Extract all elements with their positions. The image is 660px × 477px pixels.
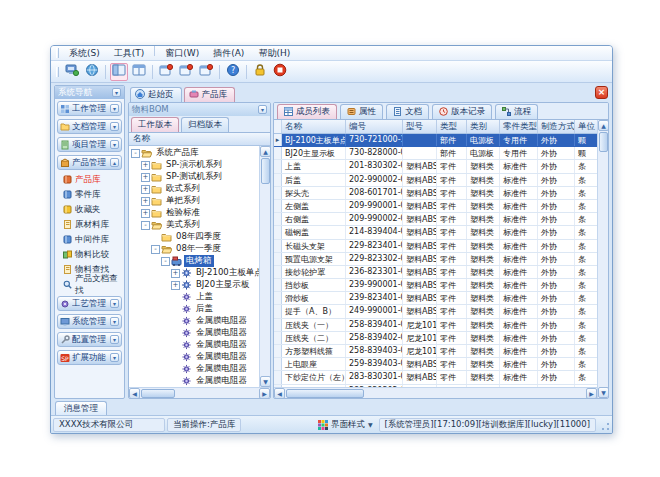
sidebar-group-header-文档管理[interactable]: 文档管理▾ (57, 119, 122, 134)
detail-tab-流程[interactable]: 流程 (495, 104, 538, 119)
expand-icon[interactable]: + (171, 281, 180, 290)
message-panel-tab[interactable]: 消息管理 (55, 401, 107, 415)
table-row[interactable]: ▸BJ-2100主板单点730-721000-12X部件电源板专用件外协颗 (274, 134, 597, 147)
table-row[interactable]: 右侧盖209-990002-01X塑料ABS零件塑料类标准件外协条 (274, 213, 597, 226)
chevron-down-icon[interactable]: ▾ (110, 335, 119, 344)
bom-tab-工作版本[interactable]: 工作版本 (131, 117, 179, 132)
table-horizontal-scrollbar[interactable]: ◀ ▶ (274, 387, 597, 398)
scroll-thumb[interactable] (141, 389, 175, 398)
sidebar-item-产品库[interactable]: 产品库 (61, 172, 122, 187)
sidebar-group-header-系统管理[interactable]: 系统管理▾ (57, 314, 122, 329)
detail-tab-版本记录[interactable]: 版本记录 (432, 104, 492, 119)
menu-item-5[interactable]: 帮助(H) (251, 46, 297, 61)
row-selector-cell[interactable] (274, 187, 282, 199)
table-row[interactable]: 上盖201-830302-00X塑料ABS零件塑料类标准件外协条 (274, 160, 597, 173)
collapse-icon[interactable]: - (151, 245, 160, 254)
scroll-thumb[interactable] (261, 158, 270, 184)
lock-button[interactable] (251, 63, 269, 81)
scroll-thumb[interactable] (599, 132, 608, 152)
bom-panel-pin-button[interactable]: ▾ (258, 105, 267, 114)
tree-node-08年四季度[interactable]: +08年四季度 (129, 231, 259, 243)
toolbar-grip[interactable] (56, 67, 59, 77)
table-row[interactable]: 提手（A、B）249-990001-01X塑料ABS零件塑料类标准件外协条 (274, 305, 597, 318)
detail-tab-属性[interactable]: 属性 (340, 104, 383, 119)
table-row[interactable]: 接纱轮护罩236-823301-00X塑料ABS零件塑料类标准件外协条 (274, 266, 597, 279)
expand-icon[interactable]: + (141, 209, 150, 218)
column-header-名称[interactable]: 名称 (282, 120, 346, 133)
web-button[interactable] (83, 63, 101, 81)
sidebar-item-原材料库[interactable]: 原材料库 (61, 217, 122, 232)
row-selector-cell[interactable] (274, 305, 282, 317)
scroll-right-icon[interactable]: ▶ (586, 388, 597, 399)
scroll-right-icon[interactable]: ▶ (259, 388, 270, 399)
tree-node-单把系列[interactable]: +单把系列 (129, 195, 259, 207)
tree-node-金属膜电阻器[interactable]: +金属膜电阻器 (129, 363, 259, 375)
collapse-icon[interactable]: - (131, 149, 140, 158)
table-row[interactable]: 挡纱板239-990001-01X塑料ABS零件塑料类标准件外协条 (274, 279, 597, 292)
column-header-制造方式[interactable]: 制造方式 (538, 120, 575, 133)
scroll-left-icon[interactable]: ◀ (129, 388, 140, 399)
menu-item-3[interactable]: 窗口(W) (158, 46, 206, 61)
scroll-thumb[interactable] (286, 389, 364, 398)
tree-node-金属膜电阻器[interactable]: +金属膜电阻器 (129, 339, 259, 351)
ui-style-dropdown[interactable]: 界面样式 ▼ (314, 418, 377, 432)
table-row[interactable]: 预置电源支架229-823302-00X塑料ABS零件塑料类标准件外协条 (274, 253, 597, 266)
table-row[interactable]: 上电眼座259-839403-00X塑料ABS零件塑料类标准件外协条 (274, 358, 597, 371)
row-selector-cell[interactable] (274, 266, 282, 278)
tree-column-header[interactable]: 名称 (129, 133, 270, 146)
table-row[interactable]: 下纱定位片（左）283-830301-00X塑料ABS零件塑料类标准件外协条 (274, 371, 597, 384)
table-row[interactable]: 磁钢盖214-839404-01X塑料ABS零件塑料类标准件外协条 (274, 226, 597, 239)
row-selector-cell[interactable] (274, 240, 282, 252)
tree-node-BJ-2100主板单点[interactable]: +BJ-2100主板单点 (129, 267, 259, 279)
bom-tab-归档版本[interactable]: 归档版本 (181, 117, 229, 132)
expand-icon[interactable]: + (141, 173, 150, 182)
chevron-down-icon[interactable]: ▾ (110, 140, 119, 149)
tree-node-系统产品库[interactable]: -系统产品库 (129, 147, 259, 159)
collapse-icon[interactable]: - (141, 221, 150, 230)
sidebar-item-零件库[interactable]: 零件库 (61, 187, 122, 202)
table-row[interactable]: 长磁头支架229-823401-00X塑料ABS零件塑料类标准件外协条 (274, 240, 597, 253)
row-selector-cell[interactable]: ▸ (274, 134, 282, 146)
sidebar-item-收藏夹[interactable]: 收藏夹 (61, 202, 122, 217)
chevron-down-icon[interactable]: ▾ (110, 353, 119, 362)
chevron-down-icon[interactable]: ▾ (110, 122, 119, 131)
sidebar-group-header-配置管理[interactable]: 配置管理▾ (57, 332, 122, 347)
tree-node-后盖[interactable]: +后盖 (129, 303, 259, 315)
row-selector-cell[interactable] (274, 332, 282, 344)
sidebar-collapse-button[interactable]: ▾ (112, 88, 121, 97)
row-selector-cell[interactable] (274, 345, 282, 357)
row-selector-cell[interactable] (274, 292, 282, 304)
table-row[interactable]: 方形塑料线箍258-839403-00X尼龙1010零件塑料类标准件外协条 (274, 345, 597, 358)
column-header-零件类型[interactable]: 零件类型 (500, 120, 538, 133)
row-selector-cell[interactable] (274, 226, 282, 238)
sidebar-item-物料比较[interactable]: 物料比较 (61, 247, 122, 262)
exit-button[interactable] (271, 63, 289, 81)
expand-icon[interactable]: + (141, 197, 150, 206)
sidebar-group-header-项目管理[interactable]: 项目管理▾ (57, 137, 122, 152)
table-row[interactable]: 压线夹（二）258-839402-00X尼龙1010零件塑料类标准件外协条 (274, 332, 597, 345)
column-header-单位[interactable]: 单位 (575, 120, 599, 133)
detail-tab-成员列表[interactable]: 成员列表 (277, 104, 337, 119)
sidebar-group-header-工艺管理[interactable]: 工艺管理▾ (57, 296, 122, 311)
detail-tab-文档[interactable]: 文档 (386, 104, 429, 119)
scroll-up-icon[interactable]: ▲ (598, 120, 609, 131)
table-row[interactable]: 滑纱板239-823401-00X塑料ABS零件塑料类标准件外协条 (274, 292, 597, 305)
table-row[interactable]: 后盖202-990002-01X塑料ABS零件塑料类标准件外协条 (274, 174, 597, 187)
tree-node-上盖[interactable]: +上盖 (129, 291, 259, 303)
sidebar-group-header-扩展功能[interactable]: SP扩展功能▾ (57, 350, 122, 365)
row-selector-cell[interactable] (274, 174, 282, 186)
new-window-button[interactable] (157, 63, 175, 81)
scroll-down-icon[interactable]: ▼ (260, 376, 271, 387)
sidebar-group-header-产品管理[interactable]: 产品管理▴ (57, 155, 122, 170)
column-header-类别[interactable]: 类别 (467, 120, 500, 133)
close-tab-button[interactable]: × (595, 86, 608, 99)
resize-grip[interactable] (600, 419, 610, 431)
tree-node-SP-测试机系列[interactable]: +SP-测试机系列 (129, 171, 259, 183)
tree-node-检验标准[interactable]: +检验标准 (129, 207, 259, 219)
row-selector-cell[interactable] (274, 279, 282, 291)
row-selector-cell[interactable] (274, 319, 282, 331)
table-row[interactable]: BJ20主显示板730-828000-04X部件电源板专用件外协颗 (274, 147, 597, 160)
menu-item-4[interactable]: 插件(A) (206, 46, 251, 61)
tree-node-金属膜电阻器[interactable]: +金属膜电阻器 (129, 327, 259, 339)
row-selector-cell[interactable] (274, 213, 282, 225)
